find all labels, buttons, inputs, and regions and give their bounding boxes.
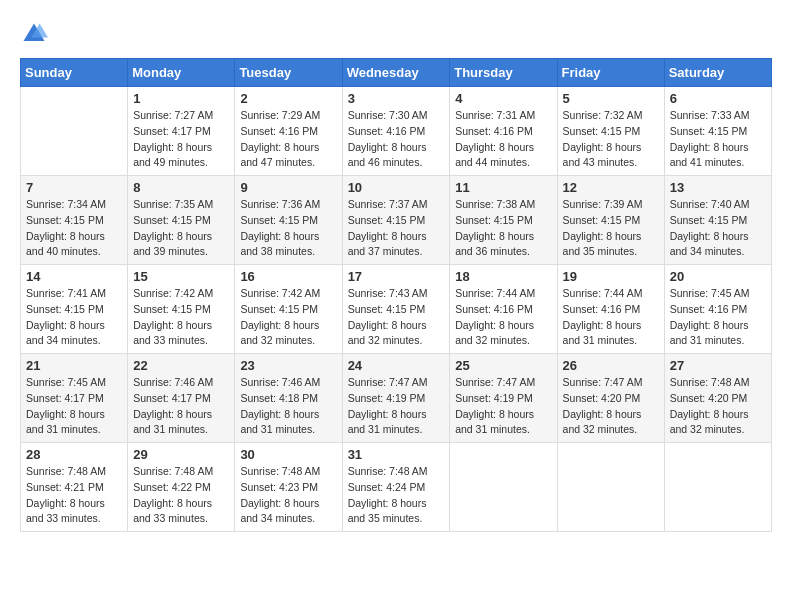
cell-info: Sunrise: 7:41 AMSunset: 4:15 PMDaylight:… xyxy=(26,286,122,349)
cell-info: Sunrise: 7:43 AMSunset: 4:15 PMDaylight:… xyxy=(348,286,445,349)
column-header-wednesday: Wednesday xyxy=(342,59,450,87)
calendar-cell: 23Sunrise: 7:46 AMSunset: 4:18 PMDayligh… xyxy=(235,354,342,443)
day-number: 6 xyxy=(670,91,766,106)
day-number: 7 xyxy=(26,180,122,195)
calendar-cell: 31Sunrise: 7:48 AMSunset: 4:24 PMDayligh… xyxy=(342,443,450,532)
cell-info: Sunrise: 7:35 AMSunset: 4:15 PMDaylight:… xyxy=(133,197,229,260)
day-number: 5 xyxy=(563,91,659,106)
cell-info: Sunrise: 7:33 AMSunset: 4:15 PMDaylight:… xyxy=(670,108,766,171)
day-number: 25 xyxy=(455,358,551,373)
column-header-tuesday: Tuesday xyxy=(235,59,342,87)
day-number: 1 xyxy=(133,91,229,106)
day-number: 27 xyxy=(670,358,766,373)
day-number: 29 xyxy=(133,447,229,462)
cell-info: Sunrise: 7:36 AMSunset: 4:15 PMDaylight:… xyxy=(240,197,336,260)
column-header-thursday: Thursday xyxy=(450,59,557,87)
calendar-cell: 28Sunrise: 7:48 AMSunset: 4:21 PMDayligh… xyxy=(21,443,128,532)
week-row-5: 28Sunrise: 7:48 AMSunset: 4:21 PMDayligh… xyxy=(21,443,772,532)
cell-info: Sunrise: 7:48 AMSunset: 4:21 PMDaylight:… xyxy=(26,464,122,527)
day-number: 16 xyxy=(240,269,336,284)
day-number: 31 xyxy=(348,447,445,462)
calendar-cell: 17Sunrise: 7:43 AMSunset: 4:15 PMDayligh… xyxy=(342,265,450,354)
column-header-saturday: Saturday xyxy=(664,59,771,87)
week-row-1: 1Sunrise: 7:27 AMSunset: 4:17 PMDaylight… xyxy=(21,87,772,176)
day-number: 28 xyxy=(26,447,122,462)
day-number: 10 xyxy=(348,180,445,195)
day-number: 19 xyxy=(563,269,659,284)
cell-info: Sunrise: 7:42 AMSunset: 4:15 PMDaylight:… xyxy=(133,286,229,349)
day-number: 2 xyxy=(240,91,336,106)
day-number: 18 xyxy=(455,269,551,284)
day-number: 21 xyxy=(26,358,122,373)
calendar-cell: 4Sunrise: 7:31 AMSunset: 4:16 PMDaylight… xyxy=(450,87,557,176)
calendar-cell: 7Sunrise: 7:34 AMSunset: 4:15 PMDaylight… xyxy=(21,176,128,265)
calendar-cell: 25Sunrise: 7:47 AMSunset: 4:19 PMDayligh… xyxy=(450,354,557,443)
day-number: 17 xyxy=(348,269,445,284)
week-row-4: 21Sunrise: 7:45 AMSunset: 4:17 PMDayligh… xyxy=(21,354,772,443)
cell-info: Sunrise: 7:45 AMSunset: 4:17 PMDaylight:… xyxy=(26,375,122,438)
calendar-cell: 2Sunrise: 7:29 AMSunset: 4:16 PMDaylight… xyxy=(235,87,342,176)
cell-info: Sunrise: 7:31 AMSunset: 4:16 PMDaylight:… xyxy=(455,108,551,171)
calendar-cell: 22Sunrise: 7:46 AMSunset: 4:17 PMDayligh… xyxy=(128,354,235,443)
day-number: 11 xyxy=(455,180,551,195)
cell-info: Sunrise: 7:45 AMSunset: 4:16 PMDaylight:… xyxy=(670,286,766,349)
calendar-cell: 30Sunrise: 7:48 AMSunset: 4:23 PMDayligh… xyxy=(235,443,342,532)
cell-info: Sunrise: 7:47 AMSunset: 4:19 PMDaylight:… xyxy=(348,375,445,438)
calendar-cell: 13Sunrise: 7:40 AMSunset: 4:15 PMDayligh… xyxy=(664,176,771,265)
day-number: 12 xyxy=(563,180,659,195)
calendar-cell xyxy=(664,443,771,532)
cell-info: Sunrise: 7:39 AMSunset: 4:15 PMDaylight:… xyxy=(563,197,659,260)
calendar-cell: 1Sunrise: 7:27 AMSunset: 4:17 PMDaylight… xyxy=(128,87,235,176)
cell-info: Sunrise: 7:38 AMSunset: 4:15 PMDaylight:… xyxy=(455,197,551,260)
calendar-cell: 8Sunrise: 7:35 AMSunset: 4:15 PMDaylight… xyxy=(128,176,235,265)
day-number: 20 xyxy=(670,269,766,284)
calendar-cell: 15Sunrise: 7:42 AMSunset: 4:15 PMDayligh… xyxy=(128,265,235,354)
cell-info: Sunrise: 7:30 AMSunset: 4:16 PMDaylight:… xyxy=(348,108,445,171)
calendar-cell: 14Sunrise: 7:41 AMSunset: 4:15 PMDayligh… xyxy=(21,265,128,354)
calendar-cell: 9Sunrise: 7:36 AMSunset: 4:15 PMDaylight… xyxy=(235,176,342,265)
cell-info: Sunrise: 7:32 AMSunset: 4:15 PMDaylight:… xyxy=(563,108,659,171)
calendar-cell: 29Sunrise: 7:48 AMSunset: 4:22 PMDayligh… xyxy=(128,443,235,532)
cell-info: Sunrise: 7:48 AMSunset: 4:24 PMDaylight:… xyxy=(348,464,445,527)
column-header-sunday: Sunday xyxy=(21,59,128,87)
calendar-cell: 10Sunrise: 7:37 AMSunset: 4:15 PMDayligh… xyxy=(342,176,450,265)
calendar-cell: 5Sunrise: 7:32 AMSunset: 4:15 PMDaylight… xyxy=(557,87,664,176)
calendar-cell: 19Sunrise: 7:44 AMSunset: 4:16 PMDayligh… xyxy=(557,265,664,354)
day-number: 30 xyxy=(240,447,336,462)
cell-info: Sunrise: 7:47 AMSunset: 4:20 PMDaylight:… xyxy=(563,375,659,438)
calendar-cell: 24Sunrise: 7:47 AMSunset: 4:19 PMDayligh… xyxy=(342,354,450,443)
days-header-row: SundayMondayTuesdayWednesdayThursdayFrid… xyxy=(21,59,772,87)
calendar-cell xyxy=(557,443,664,532)
day-number: 13 xyxy=(670,180,766,195)
page-header xyxy=(20,20,772,48)
cell-info: Sunrise: 7:37 AMSunset: 4:15 PMDaylight:… xyxy=(348,197,445,260)
day-number: 8 xyxy=(133,180,229,195)
calendar-cell: 26Sunrise: 7:47 AMSunset: 4:20 PMDayligh… xyxy=(557,354,664,443)
cell-info: Sunrise: 7:27 AMSunset: 4:17 PMDaylight:… xyxy=(133,108,229,171)
logo-icon xyxy=(20,20,48,48)
cell-info: Sunrise: 7:42 AMSunset: 4:15 PMDaylight:… xyxy=(240,286,336,349)
calendar-cell xyxy=(450,443,557,532)
calendar-cell: 21Sunrise: 7:45 AMSunset: 4:17 PMDayligh… xyxy=(21,354,128,443)
week-row-2: 7Sunrise: 7:34 AMSunset: 4:15 PMDaylight… xyxy=(21,176,772,265)
calendar-body: 1Sunrise: 7:27 AMSunset: 4:17 PMDaylight… xyxy=(21,87,772,532)
calendar-cell: 20Sunrise: 7:45 AMSunset: 4:16 PMDayligh… xyxy=(664,265,771,354)
calendar-cell: 3Sunrise: 7:30 AMSunset: 4:16 PMDaylight… xyxy=(342,87,450,176)
day-number: 22 xyxy=(133,358,229,373)
day-number: 26 xyxy=(563,358,659,373)
calendar-cell: 6Sunrise: 7:33 AMSunset: 4:15 PMDaylight… xyxy=(664,87,771,176)
day-number: 3 xyxy=(348,91,445,106)
cell-info: Sunrise: 7:47 AMSunset: 4:19 PMDaylight:… xyxy=(455,375,551,438)
day-number: 14 xyxy=(26,269,122,284)
day-number: 15 xyxy=(133,269,229,284)
calendar-cell: 27Sunrise: 7:48 AMSunset: 4:20 PMDayligh… xyxy=(664,354,771,443)
cell-info: Sunrise: 7:29 AMSunset: 4:16 PMDaylight:… xyxy=(240,108,336,171)
logo xyxy=(20,20,52,48)
calendar-cell: 12Sunrise: 7:39 AMSunset: 4:15 PMDayligh… xyxy=(557,176,664,265)
cell-info: Sunrise: 7:34 AMSunset: 4:15 PMDaylight:… xyxy=(26,197,122,260)
calendar-table: SundayMondayTuesdayWednesdayThursdayFrid… xyxy=(20,58,772,532)
cell-info: Sunrise: 7:44 AMSunset: 4:16 PMDaylight:… xyxy=(455,286,551,349)
calendar-cell: 16Sunrise: 7:42 AMSunset: 4:15 PMDayligh… xyxy=(235,265,342,354)
day-number: 9 xyxy=(240,180,336,195)
calendar-cell: 18Sunrise: 7:44 AMSunset: 4:16 PMDayligh… xyxy=(450,265,557,354)
